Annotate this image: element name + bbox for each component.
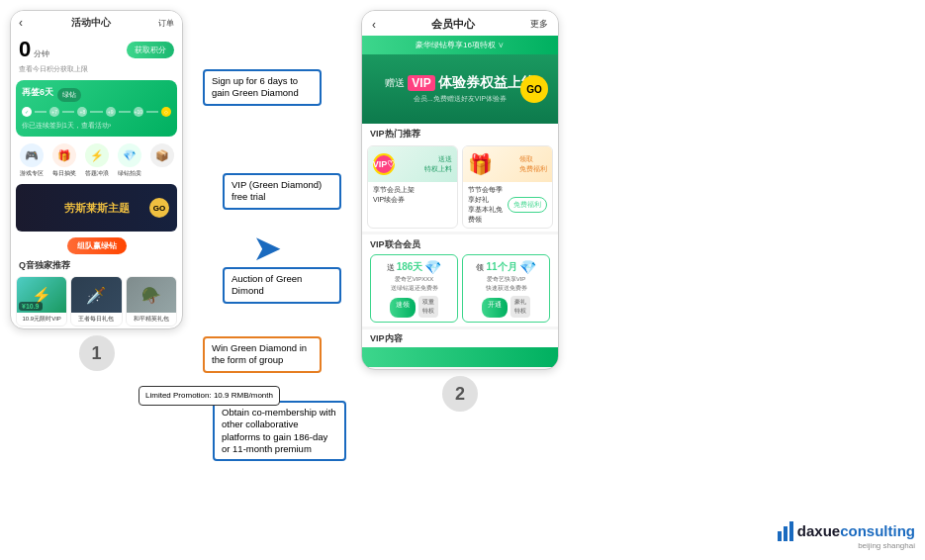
joint-2-prefix: 领 (476, 262, 484, 273)
games-label: 游戏专区 (20, 169, 44, 178)
logo-text-wrapper: daxueconsulting (797, 522, 915, 540)
minutes-row: 0 分钟 获取积分 (11, 33, 182, 64)
vip-gift-section: 赠送 VIP 体验券权益上线 会员...免费赠送好友VIP体验券 GO (362, 54, 558, 124)
dot-gem: ◇ (161, 107, 171, 117)
limited-promo-box: Limited Promotion: 10.9 RMB/month (139, 386, 280, 406)
joint-2-btn1[interactable]: 开通 (482, 298, 508, 318)
annotation-auction-text: Auction of Green Dimond (231, 273, 302, 296)
phone2-title: 会员中心 (431, 17, 475, 32)
connector-4 (119, 111, 131, 113)
connector-5 (146, 111, 158, 113)
promo-go-button[interactable]: GO (149, 198, 169, 218)
vip-banner-text: 豪华绿钻尊享16项特权 ∨ (416, 40, 505, 50)
phone2-back-icon[interactable]: ‹ (372, 18, 376, 32)
hot-card-2-sub1: 节节会每季享好礼 (468, 185, 508, 205)
vip-banner[interactable]: 豪华绿钻尊享16项特权 ∨ (362, 36, 558, 54)
joint-1-prefix: 送 (387, 262, 395, 273)
dot-3: +8 (77, 107, 87, 117)
dot-2: +7 (49, 107, 59, 117)
auction-label: 绿钻拍卖 (118, 169, 141, 178)
hot-card-2-btn[interactable]: 免费福利 (508, 197, 547, 213)
joint-card-1[interactable]: 送 186天 💎 爱奇艺VIPXXX 送绿钻返还免费券 速领 双重 特权 (370, 254, 458, 323)
joint-1-btn1[interactable]: 速领 (390, 298, 416, 318)
minutes-unit: 分钟 (34, 48, 49, 59)
annotation-auction: Auction of Green Dimond (223, 267, 341, 304)
vip-joint-section: VIP联合会员 送 186天 💎 爱奇艺VIPXXX 送绿钻返还免费券 (362, 234, 558, 327)
icon-cell-games[interactable]: 🎮 游戏专区 (16, 143, 46, 178)
signin-streak-text: 你已连续签到1天，查看活动› (22, 121, 171, 131)
logo-brand: daxue (797, 522, 840, 539)
rec-card-img-3: 🪖 (127, 277, 176, 313)
annotations-area: Sign up for 6 days to gain Green Diamond… (193, 10, 351, 560)
vip-badge: VIP (408, 75, 434, 91)
vip-content-bottom-bar (362, 347, 558, 367)
joint-1-sub2: 送绿钻返还免费券 (375, 284, 453, 293)
rec-card-2[interactable]: 🗡️ 王者每日礼包 (70, 276, 122, 327)
phone1-title: 活动中心 (71, 16, 111, 30)
number-badge-2: 2 (442, 376, 478, 412)
rec-card-label-3: 和平精英礼包 (127, 313, 176, 326)
games-icon: 🎮 (20, 143, 44, 167)
joint-2-sub2: 快速获送免费券 (467, 284, 545, 293)
dot-1: ✓ (22, 107, 32, 117)
vip-o-badge-1: VIP♡ (373, 153, 395, 175)
joint-card-2[interactable]: 领 11个月 💎 爱奇艺快享VIP 快速获送免费券 开通 豪礼 特权 (462, 254, 550, 323)
promo-banner: 劳斯莱斯主题 GO (16, 184, 177, 232)
joint-2-badge: 豪礼 特权 (510, 296, 530, 318)
phone2-content: ‹ 会员中心 更多 豪华绿钻尊享16项特权 ∨ 赠送 VIP 体验券权益上线 (362, 11, 558, 369)
arrow-right-icon: ➤ (252, 228, 282, 269)
get-points-button[interactable]: 获取积分 (127, 42, 174, 58)
icon-cell-lottery[interactable]: 🎁 每日抽奖 (48, 143, 79, 178)
group-win-button[interactable]: 组队赢绿钻 (67, 237, 127, 254)
vip-joint-title: VIP联合会员 (370, 238, 550, 251)
rec-grid: ⚡ ¥10.9 10.9元限时VIP 🗡️ 王者每日礼包 🪖 和平精英礼包 (11, 274, 182, 328)
rec-card-img-2: 🗡️ (71, 277, 121, 313)
joint-2-days: 11个月 (486, 260, 516, 274)
hot-card-1-btn1: 送送 (424, 154, 452, 164)
lottery-label: 每日抽奖 (52, 169, 76, 178)
annotation-signup: Sign up for 6 days to gain Green Diamond (203, 69, 322, 106)
quiz-label: 答题冲浪 (85, 169, 109, 178)
main-container: ‹ 活动中心 订单 0 分钟 获取积分 查看今日积分获取上限 再签6天 绿钻 (0, 0, 925, 560)
hot-card-2-bottom: 节节会每季享好礼 享基本礼免费领 免费福利 (463, 182, 552, 228)
hot-card-1-sub1: 享节会员上架 (373, 185, 452, 195)
joint-2-gem-icon: 💎 (519, 259, 536, 275)
rec-card-label-1: 10.9元限时VIP (17, 313, 66, 326)
signin-banner: 再签6天 绿钻 ✓ +7 +8 +9 +10 ◇ (16, 80, 177, 137)
phone1-back-icon[interactable]: ‹ (19, 16, 23, 30)
hot-card-2-icon: 🎁 (468, 152, 493, 176)
joint-2-sub1: 爱奇艺快享VIP (467, 275, 545, 284)
rec-card-1[interactable]: ⚡ ¥10.9 10.9元限时VIP (16, 276, 67, 327)
phone1-order[interactable]: 订单 (158, 18, 174, 29)
joint-1-gem-icon: 💎 (424, 259, 441, 275)
phone2-more-btn[interactable]: 更多 (530, 18, 548, 31)
hot-card-1-desc: 享节会员上架 VIP续会券 (373, 185, 452, 205)
rec-card-3[interactable]: 🪖 和平精英礼包 (126, 276, 177, 327)
phone2: ‹ 会员中心 更多 豪华绿钻尊享16项特权 ∨ 赠送 VIP 体验券权益上线 (361, 10, 559, 370)
icon-cell-quiz[interactable]: ⚡ 答题冲浪 (81, 143, 112, 178)
hot-card-2-desc: 节节会每季享好礼 享基本礼免费领 (468, 185, 508, 225)
annotation-vip-trial: VIP (Green Diamond) free trial (223, 173, 341, 210)
misc-icon: 📦 (150, 143, 174, 167)
hot-card-2-top: 🎁 领取 免费福利 (463, 146, 552, 182)
hot-card-2[interactable]: 🎁 领取 免费福利 节节会每季享好礼 享基本礼免费领 免费福利 (462, 145, 553, 229)
hot-card-1-btn2: 特权上料 (424, 164, 452, 174)
icon-cell-misc[interactable]: 📦 (146, 143, 177, 178)
hot-card-1[interactable]: VIP♡ 送送 特权上料 享节会员上架 VIP续会券 (367, 145, 458, 229)
logo-highlight: consulting (840, 522, 915, 539)
promo-text: 劳斯莱斯主题 (64, 201, 130, 216)
lottery-icon: 🎁 (52, 143, 76, 167)
signin-title: 再签6天 (22, 86, 53, 99)
phone1-header: ‹ 活动中心 订单 (11, 11, 182, 33)
go-circle-btn[interactable]: GO (520, 75, 548, 103)
hot-card-2-btn2: 免费福利 (519, 164, 547, 174)
joint-1-sub1: 爱奇艺VIPXXX (375, 275, 453, 284)
rec-price-1: ¥10.9 (19, 302, 43, 311)
annotation-win-group-text: Win Green Diamond in the form of group (212, 342, 307, 365)
icon-cell-auction[interactable]: 💎 绿钻拍卖 (114, 143, 144, 178)
connector-2 (62, 111, 74, 113)
daxue-logo: daxueconsulting beijing shanghai (778, 521, 915, 550)
phone1-wrapper: ‹ 活动中心 订单 0 分钟 获取积分 查看今日积分获取上限 再签6天 绿钻 (10, 10, 183, 550)
limited-promo-text: Limited Promotion: 10.9 RMB/month (145, 391, 273, 400)
rec-card-img-1: ⚡ ¥10.9 (17, 277, 66, 313)
